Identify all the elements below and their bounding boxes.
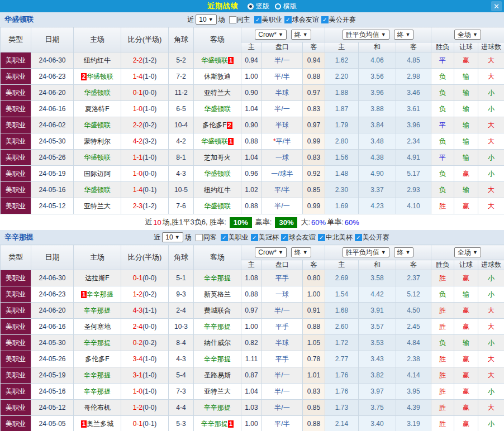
competition-filter[interactable]: 美职业 <box>254 15 282 25</box>
away-team-cell[interactable]: 华盛顿联 <box>194 198 241 214</box>
home-team-cell[interactable]: 华盛顿联 <box>74 85 121 101</box>
away-team-cell[interactable]: 纽约红牛 <box>194 182 241 198</box>
home-team-cell[interactable]: 1辛辛那提 <box>74 286 121 303</box>
bookmaker-select[interactable]: Crow*▼ <box>255 30 287 40</box>
away-team-cell[interactable]: 华盛顿联1 <box>194 52 241 69</box>
radio-vertical-label[interactable]: 竖版 <box>256 2 269 11</box>
outcome-cell: 胜 <box>431 416 454 431</box>
avg-odds-select[interactable]: 胜平负均值▼ <box>343 30 389 40</box>
league-type-cell: 美职业 <box>1 319 31 335</box>
home-team-cell[interactable]: 达拉斯F <box>74 270 121 286</box>
checkbox-icon[interactable] <box>196 234 203 241</box>
home-team-cell[interactable]: 多伦多F <box>74 351 121 367</box>
competition-label: 球会友谊 <box>292 15 319 25</box>
avg-draw-odds: 4.06 <box>359 52 396 69</box>
away-team-cell[interactable]: 辛辛那提 <box>194 270 241 286</box>
handicap-home-odds: 0.94 <box>241 52 262 69</box>
match-count-select[interactable]: 10▼ <box>196 15 216 25</box>
col-score: 比分(半场) <box>121 245 169 270</box>
match-count-select[interactable]: 10▼ <box>162 232 183 242</box>
checkbox-icon[interactable] <box>254 16 261 23</box>
date-cell: 24-06-20 <box>31 85 74 101</box>
checkbox-icon[interactable] <box>229 16 236 23</box>
checkbox-icon[interactable] <box>355 234 362 241</box>
checkbox-icon[interactable] <box>221 234 228 241</box>
home-team-cell[interactable]: 辛辛那提 <box>74 384 121 400</box>
fulltime-select[interactable]: 全场▼ <box>454 30 481 40</box>
final-odds-select2[interactable]: 终▼ <box>394 247 414 257</box>
away-team-cell[interactable]: 辛辛那提 <box>194 351 241 367</box>
handicap-line-cell: 平手 <box>262 351 303 367</box>
competition-filter[interactable]: 美公开赛 <box>355 233 389 242</box>
bookmaker-select[interactable]: Crow*▼ <box>255 247 287 257</box>
away-team-cell[interactable]: 芝加哥火 <box>194 150 241 166</box>
same-away-filter[interactable]: 同客 <box>196 233 217 242</box>
avg-home-odds: 1.62 <box>325 52 359 69</box>
home-team-cell[interactable]: 辛辛那提 <box>74 367 121 384</box>
over-rate: 60% <box>311 218 326 227</box>
home-team-cell[interactable]: 辛辛那提 <box>74 303 121 319</box>
home-team-cell[interactable]: 蒙特利尔 <box>74 133 121 150</box>
competition-filter[interactable]: 球会友谊 <box>281 233 316 242</box>
col-score: 比分(半场) <box>121 27 169 52</box>
home-team-cell[interactable]: 哥伦布机 <box>74 400 121 416</box>
away-team-cell[interactable]: 亚特兰大 <box>194 85 241 101</box>
home-team-cell[interactable]: 2华盛顿联 <box>74 69 121 85</box>
close-icon[interactable]: ✕ <box>491 1 502 11</box>
away-team-cell[interactable]: 辛辛那提 <box>194 319 241 335</box>
handicap-away-odds: 0.92 <box>303 166 325 182</box>
checkbox-icon[interactable] <box>321 16 329 23</box>
competition-filter[interactable]: 中北美杯 <box>318 233 353 242</box>
home-team-name: 国际迈阿 <box>84 170 111 178</box>
handicap-line-cell: *平/半 <box>262 133 303 150</box>
radio-horizontal-label[interactable]: 横版 <box>283 2 297 11</box>
away-team-cell[interactable]: 新英格兰 <box>194 286 241 303</box>
away-team-cell[interactable]: 华盛顿联 <box>194 166 241 182</box>
same-away-label: 同客 <box>203 233 217 242</box>
competition-filter[interactable]: 美职业 <box>221 233 249 242</box>
away-team-cell[interactable]: 费城联合 <box>194 303 241 319</box>
checkbox-icon[interactable] <box>281 234 288 241</box>
sub-goals: 进球数 <box>478 42 504 52</box>
home-team-cell[interactable]: 纽约红牛 <box>74 52 121 69</box>
away-team-cell[interactable]: 休斯敦迪 <box>194 69 241 85</box>
home-team-cell[interactable]: 华盛顿联 <box>74 117 121 133</box>
checkbox-icon[interactable] <box>318 234 325 241</box>
date-cell: 24-05-12 <box>31 400 74 416</box>
away-team-cell[interactable]: 辛辛那提 <box>194 400 241 416</box>
checkbox-icon[interactable] <box>284 16 292 23</box>
home-team-cell[interactable]: 辛辛那提 <box>74 335 121 351</box>
same-home-filter[interactable]: 同主 <box>229 15 250 25</box>
away-team-cell[interactable]: 辛辛那提1 <box>194 416 241 431</box>
competition-filter[interactable]: 美冠杯 <box>251 233 279 242</box>
final-odds-select2[interactable]: 终▼ <box>394 30 414 40</box>
home-team-cell[interactable]: 华盛顿联 <box>74 150 121 166</box>
home-team-cell[interactable]: 国际迈阿 <box>74 166 121 182</box>
away-team-cell[interactable]: 圣路易斯 <box>194 367 241 384</box>
home-team-cell[interactable]: 1奥兰多城 <box>74 416 121 431</box>
home-team-cell[interactable]: 亚特兰大 <box>74 198 121 214</box>
checkbox-icon[interactable] <box>251 234 258 241</box>
home-team-cell[interactable]: 夏洛特F <box>74 101 121 117</box>
away-team-cell[interactable]: 华盛顿联1 <box>194 133 241 150</box>
home-team-name: 多伦多F <box>85 355 109 363</box>
home-team-cell[interactable]: 圣何塞地 <box>74 319 121 335</box>
corner-cell: 10-4 <box>169 117 194 133</box>
competition-filter[interactable]: 美公开赛 <box>321 15 356 25</box>
sub-away-odds: 客 <box>303 42 325 52</box>
avg-odds-select[interactable]: 胜平负均值▼ <box>343 247 389 257</box>
match-row: 美职业 24-05-05 1奥兰多城 0-1(0-1) 5-3 辛辛那提1 1.… <box>1 416 504 431</box>
radio-vertical-icon[interactable] <box>248 3 254 9</box>
away-team-cell[interactable]: 多伦多F2 <box>194 117 241 133</box>
final-odds-select[interactable]: 终▼ <box>291 30 311 40</box>
home-team-cell[interactable]: 华盛顿联 <box>74 182 121 198</box>
away-team-cell[interactable]: 亚特兰大 <box>194 384 241 400</box>
handicap-group-header: Crow*▼ 终▼ <box>241 27 325 42</box>
away-team-cell[interactable]: 纳什威尔 <box>194 335 241 351</box>
competition-filter[interactable]: 球会友谊 <box>284 15 319 25</box>
radio-horizontal-icon[interactable] <box>275 3 281 9</box>
away-team-cell[interactable]: 华盛顿联 <box>194 101 241 117</box>
halftime-score: (0-2) <box>142 339 156 347</box>
final-odds-select[interactable]: 终▼ <box>291 247 311 257</box>
fulltime-select[interactable]: 全场▼ <box>454 247 481 257</box>
